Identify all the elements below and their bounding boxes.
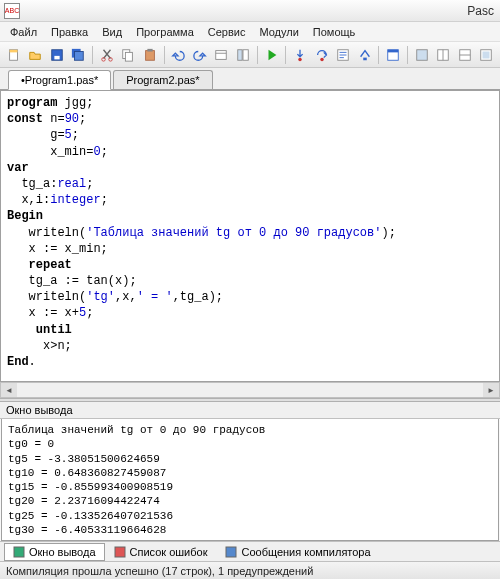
run-button[interactable] — [262, 45, 282, 65]
output-tab-окно-вывода[interactable]: Окно вывода — [4, 543, 105, 561]
menu-помощь[interactable]: Помощь — [307, 24, 362, 40]
svg-rect-3 — [54, 55, 59, 59]
svg-rect-12 — [216, 50, 227, 59]
form-button[interactable] — [383, 45, 403, 65]
tab-program2pas[interactable]: Program2.pas* — [113, 70, 212, 89]
output-tabs: Окно выводаСписок ошибокСообщения компил… — [0, 541, 500, 561]
svg-rect-22 — [416, 49, 427, 60]
output-tab-label: Окно вывода — [29, 546, 96, 558]
paste-button[interactable] — [140, 45, 160, 65]
menu-сервис[interactable]: Сервис — [202, 24, 252, 40]
nav-button[interactable] — [233, 45, 253, 65]
svg-rect-9 — [126, 52, 133, 61]
status-text: Компиляция прошла успешно (17 строк), 1 … — [6, 565, 313, 577]
svg-rect-14 — [238, 49, 242, 60]
menu-вид[interactable]: Вид — [96, 24, 128, 40]
svg-rect-11 — [147, 48, 152, 51]
saveall-button[interactable] — [69, 45, 89, 65]
titlebar: ABC Pasc — [0, 0, 500, 22]
svg-rect-15 — [243, 49, 248, 60]
output-tab-label: Список ошибок — [130, 546, 208, 558]
svg-rect-31 — [226, 547, 236, 557]
trace-button[interactable] — [333, 45, 353, 65]
window-title: Pasc — [467, 4, 494, 18]
toolbar-separator — [257, 46, 258, 64]
svg-point-17 — [320, 57, 324, 61]
toolbar-separator — [378, 46, 379, 64]
tab-program1pas[interactable]: •Program1.pas* — [8, 70, 111, 90]
scroll-track[interactable] — [17, 383, 483, 397]
menu-модули[interactable]: Модули — [253, 24, 304, 40]
app-icon: ABC — [4, 3, 20, 19]
svg-rect-19 — [363, 57, 367, 60]
statusbar: Компиляция прошла успешно (17 строк), 1 … — [0, 561, 500, 579]
scroll-right-icon[interactable]: ► — [483, 383, 499, 397]
svg-rect-10 — [146, 50, 155, 60]
toolbar-separator — [285, 46, 286, 64]
code-editor[interactable]: program jgg; const n=90; g=5; x_min=0; v… — [0, 90, 500, 382]
new-button[interactable] — [4, 45, 24, 65]
svg-rect-28 — [483, 51, 490, 58]
toolbar-separator — [92, 46, 93, 64]
toolbar — [0, 42, 500, 68]
output-panel: Окно вывода Таблица значений tg от 0 до … — [0, 402, 500, 561]
editor-tabs: •Program1.pas*Program2.pas* — [0, 68, 500, 90]
stop-button[interactable] — [355, 45, 375, 65]
scroll-left-icon[interactable]: ◄ — [1, 383, 17, 397]
output-tab-icon — [13, 546, 25, 558]
svg-rect-21 — [388, 49, 399, 52]
menu-правка[interactable]: Правка — [45, 24, 94, 40]
svg-rect-1 — [9, 49, 17, 52]
props-button[interactable] — [212, 45, 232, 65]
win4-button[interactable] — [476, 45, 496, 65]
toolbar-separator — [164, 46, 165, 64]
output-tab-сообщения-компилятора[interactable]: Сообщения компилятора — [216, 543, 379, 561]
redo-button[interactable] — [190, 45, 210, 65]
svg-rect-30 — [115, 547, 125, 557]
toolbar-separator — [407, 46, 408, 64]
open-button[interactable] — [26, 45, 46, 65]
win1-button[interactable] — [412, 45, 432, 65]
win3-button[interactable] — [455, 45, 475, 65]
editor-scrollbar[interactable]: ◄ ► — [0, 382, 500, 398]
output-tab-список-ошибок[interactable]: Список ошибок — [105, 543, 217, 561]
menubar: ФайлПравкаВидПрограммаСервисМодулиПомощь — [0, 22, 500, 42]
output-body[interactable]: Таблица значений tg от 0 до 90 градусов … — [1, 419, 499, 541]
output-tab-label: Сообщения компилятора — [241, 546, 370, 558]
stepover-button[interactable] — [312, 45, 332, 65]
svg-rect-5 — [75, 51, 84, 60]
output-title: Окно вывода — [0, 402, 500, 419]
win2-button[interactable] — [433, 45, 453, 65]
undo-button[interactable] — [169, 45, 189, 65]
stepinto-button[interactable] — [290, 45, 310, 65]
save-button[interactable] — [47, 45, 67, 65]
svg-rect-29 — [14, 547, 24, 557]
svg-point-16 — [298, 57, 302, 61]
menu-файл[interactable]: Файл — [4, 24, 43, 40]
cut-button[interactable] — [97, 45, 117, 65]
output-tab-icon — [225, 546, 237, 558]
copy-button[interactable] — [119, 45, 139, 65]
menu-программа[interactable]: Программа — [130, 24, 200, 40]
output-tab-icon — [114, 546, 126, 558]
